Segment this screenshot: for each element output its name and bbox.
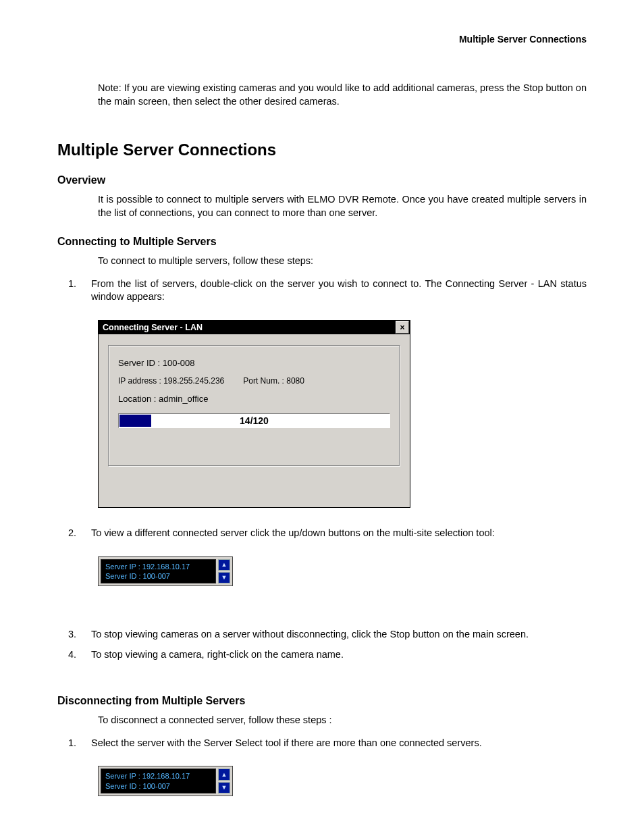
server-id-label: Server ID : 100-008 (118, 358, 390, 368)
progress-bar: 14/120 (118, 413, 390, 428)
selector-down-button[interactable]: ▼ (218, 572, 230, 583)
connecting-steps: From the list of servers, double-click o… (57, 278, 587, 304)
server-select-tool: Server IP : 192.168.10.17 Server ID : 10… (98, 766, 233, 796)
connecting-step-3: To stop viewing cameras on a server with… (79, 628, 587, 642)
selector-id: Server ID : 100-007 (105, 571, 211, 581)
dialog-title: Connecting Server - LAN (103, 323, 396, 332)
disconnecting-step-1: Select the server with the Server Select… (79, 737, 587, 750)
connecting-server-dialog: Connecting Server - LAN × Server ID : 10… (98, 320, 410, 508)
dialog-info-panel: Server ID : 100-008 IP address : 198.255… (108, 345, 400, 467)
location-label: Location : admin_office (118, 394, 390, 404)
port-number-label: Port Num. : 8080 (243, 376, 304, 386)
section-title: Multiple Server Connections (57, 140, 587, 159)
disconnecting-steps: Select the server with the Server Select… (57, 737, 587, 750)
multisite-selector: Server IP : 192.168.10.17 Server ID : 10… (98, 556, 233, 587)
overview-heading: Overview (57, 174, 587, 186)
note-text: Note: If you are viewing existing camera… (98, 82, 587, 108)
progress-text: 14/120 (119, 414, 390, 427)
server-select-down-button[interactable]: ▼ (218, 782, 230, 793)
server-select-up-button[interactable]: ▲ (218, 768, 230, 780)
disconnecting-heading: Disconnecting from Multiple Servers (57, 695, 587, 707)
connecting-step-1: From the list of servers, double-click o… (79, 278, 587, 304)
connecting-heading: Connecting to Multiple Servers (57, 236, 587, 248)
page: Multiple Server Connections Note: If you… (0, 0, 644, 834)
selector-up-button[interactable]: ▲ (218, 559, 230, 571)
running-header: Multiple Server Connections (57, 34, 587, 45)
selector-display: Server IP : 192.168.10.17 Server ID : 10… (101, 559, 216, 584)
server-select-display: Server IP : 192.168.10.17 Server ID : 10… (101, 768, 216, 793)
multisite-selector-figure: Server IP : 192.168.10.17 Server ID : 10… (98, 556, 587, 587)
connecting-steps-cont: To view a different connected server cli… (57, 527, 587, 540)
dialog-titlebar: Connecting Server - LAN × (99, 321, 410, 334)
connecting-step-4: To stop viewing a camera, right-click on… (79, 648, 587, 662)
disconnecting-intro: To disconnect a connected server, follow… (98, 714, 587, 727)
server-select-id: Server ID : 100-007 (105, 781, 211, 791)
connecting-step-2: To view a different connected server cli… (79, 527, 587, 540)
server-select-figure: Server IP : 192.168.10.17 Server ID : 10… (98, 766, 587, 796)
server-select-ip: Server IP : 192.168.10.17 (105, 771, 211, 781)
ip-address-label: IP address : 198.255.245.236 (118, 376, 224, 386)
selector-ip: Server IP : 192.168.10.17 (105, 562, 211, 571)
close-icon[interactable]: × (396, 321, 409, 334)
connecting-intro: To connect to multiple servers, follow t… (98, 255, 587, 268)
connecting-steps-end: To stop viewing cameras on a server with… (57, 628, 587, 661)
dialog-figure: Connecting Server - LAN × Server ID : 10… (98, 320, 587, 508)
overview-body: It is possible to connect to multiple se… (98, 193, 587, 219)
